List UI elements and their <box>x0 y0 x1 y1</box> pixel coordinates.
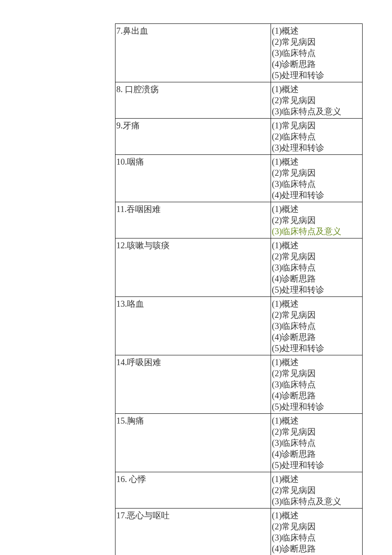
topic-cell: 15.胸痛 <box>115 414 271 472</box>
table-row: 14.呼吸困难(1)概述(2)常见病因(3)临床特点(4)诊断思路(5)处理和转… <box>115 355 363 414</box>
topic-cell: 7.鼻出血 <box>115 24 271 82</box>
points-cell: (1)概述(2)常见病因(3)临床特点(4)诊断思路(5)处理和转诊 <box>271 297 363 355</box>
table-row: 15.胸痛(1)概述(2)常见病因(3)临床特点(4)诊断思路(5)处理和转诊 <box>115 414 363 472</box>
point-line: (5)处理和转诊 <box>272 343 361 354</box>
point-line: (3)临床特点及意义 <box>272 106 361 117</box>
topic-cell: 9.牙痛 <box>115 119 271 155</box>
table-row: 17.恶心与呕吐(1)概述(2)常见病因(3)临床特点(4)诊断思路(5)处理和… <box>115 509 363 555</box>
topic-cell: 10.咽痛 <box>115 155 271 202</box>
point-line: (1)概述 <box>272 415 361 426</box>
point-line: (1)概述 <box>272 474 361 485</box>
point-line: (3)临床特点 <box>272 379 361 390</box>
table-row: 8. 口腔溃疡(1)概述(2)常见病因(3)临床特点及意义 <box>115 82 363 119</box>
topic-cell: 11.吞咽困难 <box>115 202 271 238</box>
points-cell: (1)概述(2)常见病因(3)临床特点及意义 <box>271 472 363 509</box>
point-line: (2)常见病因 <box>272 426 361 437</box>
point-line: (3)临床特点 <box>272 47 361 58</box>
points-cell: (1)概述(2)常见病因(3)临床特点(4)诊断思路(5)处理和转诊 <box>271 414 363 472</box>
point-line: (3)临床特点 <box>272 262 361 273</box>
topic-cell: 8. 口腔溃疡 <box>115 82 271 119</box>
table-row: 11.吞咽困难(1)概述(2)常见病因(3)临床特点及意义 <box>115 202 363 238</box>
point-line: (2)常见病因 <box>272 167 361 178</box>
points-cell: (1)概述(2)常见病因(3)临床特点(4)处理和转诊 <box>271 155 363 202</box>
point-line: (4)诊断思路 <box>272 543 361 554</box>
point-line: (5)处理和转诊 <box>272 70 361 81</box>
point-line: (3)处理和转诊 <box>272 142 361 153</box>
points-cell: (1)概述(2)常见病因(3)临床特点(4)诊断思路(5)处理和转诊 <box>271 238 363 297</box>
topic-cell: 12.咳嗽与咳痰 <box>115 238 271 297</box>
point-line: (1)概述 <box>272 203 361 215</box>
table-row: 16. 心悸(1)概述(2)常见病因(3)临床特点及意义 <box>115 472 363 509</box>
point-line: (3)临床特点及意义 <box>272 496 361 507</box>
table-row: 9.牙痛(1)常见病因(2)临床特点(3)处理和转诊 <box>115 119 363 155</box>
point-line: (4)诊断思路 <box>272 58 361 70</box>
outline-table: 7.鼻出血(1)概述(2)常见病因(3)临床特点(4)诊断思路(5)处理和转诊8… <box>115 23 363 555</box>
point-line: (1)常见病因 <box>272 120 361 131</box>
point-line: (1)概述 <box>272 156 361 167</box>
point-line: (3)临床特点 <box>272 437 361 448</box>
points-cell: (1)概述(2)常见病因(3)临床特点(4)诊断思路(5)处理和转诊 <box>271 509 363 555</box>
point-line: (2)常见病因 <box>272 368 361 379</box>
points-cell: (1)常见病因(2)临床特点(3)处理和转诊 <box>271 119 363 155</box>
point-line: (4)诊断思路 <box>272 448 361 459</box>
point-line: (1)概述 <box>272 510 361 521</box>
point-line: (5)处理和转诊 <box>272 401 361 412</box>
point-line: (2)常见病因 <box>272 251 361 262</box>
topic-cell: 13.咯血 <box>115 297 271 355</box>
point-line: (2)常见病因 <box>272 215 361 226</box>
point-line: (4)处理和转诊 <box>272 189 361 200</box>
points-cell: (1)概述(2)常见病因(3)临床特点(4)诊断思路(5)处理和转诊 <box>271 355 363 414</box>
points-cell: (1)概述(2)常见病因(3)临床特点(4)诊断思路(5)处理和转诊 <box>271 24 363 82</box>
points-cell: (1)概述(2)常见病因(3)临床特点及意义 <box>271 82 363 119</box>
point-line: (3)临床特点及意义 <box>272 226 361 237</box>
point-line: (4)诊断思路 <box>272 273 361 284</box>
point-line: (1)概述 <box>272 25 361 36</box>
point-line: (2)常见病因 <box>272 95 361 106</box>
table-row: 12.咳嗽与咳痰(1)概述(2)常见病因(3)临床特点(4)诊断思路(5)处理和… <box>115 238 363 297</box>
point-line: (4)诊断思路 <box>272 390 361 401</box>
topic-cell: 17.恶心与呕吐 <box>115 509 271 555</box>
point-line: (5)处理和转诊 <box>272 284 361 295</box>
topic-cell: 16. 心悸 <box>115 472 271 509</box>
point-line: (3)临床特点 <box>272 320 361 331</box>
point-line: (3)临床特点 <box>272 532 361 543</box>
point-line: (2)临床特点 <box>272 131 361 142</box>
point-line: (4)诊断思路 <box>272 331 361 343</box>
point-line: (1)概述 <box>272 298 361 309</box>
points-cell: (1)概述(2)常见病因(3)临床特点及意义 <box>271 202 363 238</box>
point-line: (2)常见病因 <box>272 485 361 496</box>
table-row: 10.咽痛(1)概述(2)常见病因(3)临床特点(4)处理和转诊 <box>115 155 363 202</box>
point-line: (1)概述 <box>272 357 361 368</box>
point-line: (2)常见病因 <box>272 521 361 532</box>
point-line: (1)概述 <box>272 240 361 251</box>
point-line: (5)处理和转诊 <box>272 459 361 471</box>
point-line: (1)概述 <box>272 84 361 95</box>
table-row: 7.鼻出血(1)概述(2)常见病因(3)临床特点(4)诊断思路(5)处理和转诊 <box>115 24 363 82</box>
point-line: (2)常见病因 <box>272 309 361 320</box>
point-line: (3)临床特点 <box>272 178 361 189</box>
topic-cell: 14.呼吸困难 <box>115 355 271 414</box>
table-row: 13.咯血(1)概述(2)常见病因(3)临床特点(4)诊断思路(5)处理和转诊 <box>115 297 363 355</box>
point-line: (2)常见病因 <box>272 36 361 47</box>
